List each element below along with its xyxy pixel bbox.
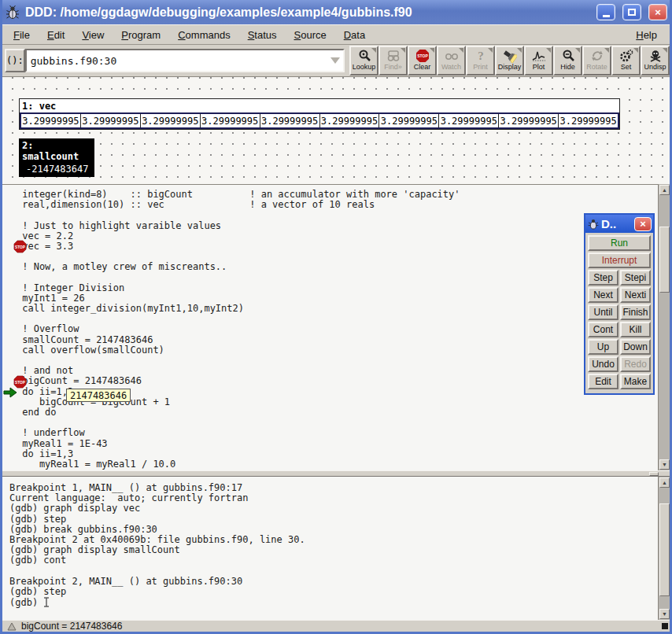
menu-view[interactable]: View — [82, 29, 104, 41]
dropdown-corner-icon — [633, 48, 638, 53]
console-scrollbar[interactable]: ▲ ▼ — [658, 477, 670, 620]
source-line: myReal1 = myReal1 / 10.0 — [17, 459, 648, 470]
green-arrow-icon[interactable] — [3, 387, 17, 398]
until-button[interactable]: Until — [588, 304, 618, 320]
vec-cell[interactable]: 3.29999995 — [378, 114, 438, 127]
vec-cell[interactable]: 3.29999995 — [319, 114, 379, 127]
menu-file[interactable]: File — [13, 29, 30, 41]
svg-text:STOP: STOP — [417, 53, 428, 58]
vec-cell[interactable]: 3.29999995 — [140, 114, 200, 127]
display-smallcount-value[interactable]: -2147483647 — [20, 163, 94, 176]
minimize-button[interactable] — [596, 4, 615, 20]
resize-grip[interactable] — [662, 623, 668, 629]
menu-help[interactable]: Help — [636, 29, 657, 41]
titlebar[interactable]: DDD: /home/ggdagw/debugging/examples/exa… — [0, 0, 672, 24]
data-display-pane[interactable]: 1: vec 3.29999995 3.29999995 3.29999995 … — [2, 77, 670, 184]
undo-button[interactable]: Undo — [588, 356, 618, 372]
sash-handle-icon[interactable] — [649, 472, 659, 476]
watch-button: Watch — [437, 46, 466, 76]
run-button[interactable]: Run — [588, 235, 651, 251]
source-scrollbar[interactable]: ▲ ▼ — [658, 184, 670, 470]
dropdown-corner-icon — [546, 48, 551, 53]
display-vec-title[interactable]: 1: vec — [20, 99, 619, 112]
source-line — [17, 314, 648, 324]
make-button[interactable]: Make — [620, 374, 651, 389]
command-tool-title: D.. — [601, 217, 633, 230]
maximize-icon — [628, 9, 636, 16]
finish-button[interactable]: Finish — [620, 304, 651, 320]
svg-text:?: ? — [478, 50, 484, 62]
nexti-button[interactable]: Nexti — [620, 287, 651, 303]
dropdown-corner-icon — [401, 48, 405, 53]
maximize-button[interactable] — [622, 4, 641, 20]
console-line: (gdb) graph display smallCount — [9, 545, 670, 555]
set-button[interactable]: Set — [611, 46, 641, 76]
scroll-up-icon[interactable]: ▲ — [659, 477, 670, 488]
display-vec[interactable]: 1: vec 3.29999995 3.29999995 3.29999995 … — [19, 98, 620, 130]
edit-button[interactable]: Edit — [588, 374, 618, 389]
source-line: vec = 3.3 — [17, 241, 648, 252]
hide-button[interactable]: Hide — [553, 46, 582, 76]
scroll-up-icon[interactable]: ▲ — [659, 185, 670, 195]
menu-status[interactable]: Status — [248, 29, 277, 41]
vec-cell[interactable]: 3.29999995 — [438, 114, 498, 127]
vec-cell[interactable]: 3.29999995 — [21, 114, 80, 127]
up-button[interactable]: Up — [588, 339, 618, 355]
argument-combo — [25, 49, 345, 72]
dropdown-corner-icon — [663, 48, 667, 53]
interrupt-button[interactable]: Interrupt — [588, 252, 651, 268]
next-button[interactable]: Next — [588, 287, 618, 303]
display-smallcount-title[interactable]: 2: smallcount — [20, 139, 94, 163]
menu-edit[interactable]: Edit — [47, 29, 65, 41]
scroll-down-icon[interactable]: ▼ — [659, 609, 670, 619]
toolbar-buttons: Lookup Find» STOP Clear Watch ? Print Di… — [349, 46, 670, 76]
menu-program[interactable]: Program — [121, 29, 161, 41]
combo-dropdown-icon[interactable] — [330, 57, 340, 64]
source-scrollbar-thumb[interactable] — [659, 227, 670, 293]
source-pane[interactable]: integer(kind=8) :: bigCount ! an accumul… — [2, 184, 670, 470]
command-tool-titlebar[interactable]: D.. × — [585, 215, 653, 233]
argument-input[interactable] — [27, 50, 343, 71]
gdb-prompt-line[interactable]: (gdb) — [9, 597, 670, 607]
close-icon: × — [655, 7, 661, 17]
vec-cell[interactable]: 3.29999995 — [80, 114, 140, 127]
dropdown-corner-icon — [604, 48, 609, 53]
statusbar: bigCount = 2147483646 — [2, 620, 670, 632]
lookup-button[interactable]: Lookup — [349, 46, 378, 76]
display-smallcount[interactable]: 2: smallcount -2147483647 — [19, 138, 94, 177]
gdb-console-pane[interactable]: Breakpoint 1, MAIN__ () at gubbins.f90:1… — [2, 477, 670, 620]
undisplay-button[interactable]: Undisp — [641, 46, 670, 76]
busy-triangle-icon — [7, 622, 17, 631]
pane-sash[interactable] — [2, 470, 670, 477]
vec-cell[interactable]: 3.29999995 — [260, 114, 319, 127]
console-line: (gdb) graph display vec — [9, 503, 670, 514]
vec-cell[interactable]: 3.29999995 — [558, 114, 618, 127]
plot-button[interactable]: Plot — [524, 46, 553, 76]
step-button[interactable]: Step — [588, 270, 618, 286]
menu-commands[interactable]: Commands — [178, 29, 230, 41]
breakpoint-stop-icon[interactable]: STOP — [13, 240, 27, 253]
dropdown-corner-icon — [371, 48, 376, 53]
display-button[interactable]: Display — [495, 46, 524, 76]
menu-source[interactable]: Source — [294, 29, 327, 41]
down-button[interactable]: Down — [620, 339, 651, 355]
argument-button[interactable]: (): — [5, 49, 25, 72]
menu-data[interactable]: Data — [344, 29, 365, 41]
source-line: bigCount = 2147483646 — [17, 376, 648, 386]
kill-button[interactable]: Kill — [620, 322, 651, 337]
stepi-button[interactable]: Stepi — [620, 270, 651, 286]
ddd-bug-icon — [5, 5, 20, 20]
command-tool-window: D.. × Run Interrupt Step Stepi Next Next… — [584, 213, 655, 395]
source-line: do ii=1,3 — [17, 449, 648, 459]
clear-button[interactable]: STOP Clear — [408, 46, 437, 76]
close-button[interactable]: × — [648, 4, 667, 20]
vec-cell[interactable]: 3.29999995 — [498, 114, 558, 127]
cont-button[interactable]: Cont — [588, 322, 618, 337]
dropdown-corner-icon — [575, 48, 580, 53]
scroll-down-icon[interactable]: ▼ — [659, 459, 670, 470]
vec-cell[interactable]: 3.29999995 — [200, 114, 260, 127]
dropdown-corner-icon — [488, 48, 493, 53]
display-vec-values: 3.29999995 3.29999995 3.29999995 3.29999… — [20, 112, 619, 129]
command-tool-close-button[interactable]: × — [634, 217, 652, 231]
console-scrollbar-thumb[interactable] — [659, 503, 670, 596]
